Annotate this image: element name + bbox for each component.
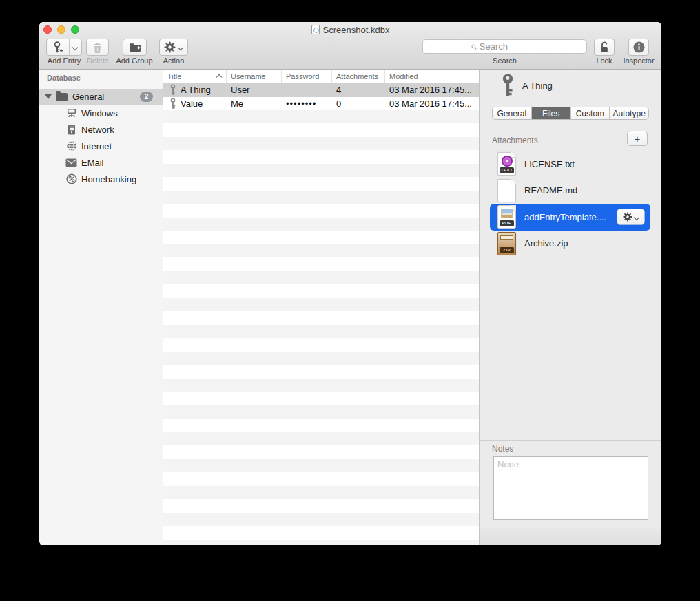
chevron-down-icon [178,45,183,50]
search-icon [471,43,477,51]
notes-input[interactable] [494,457,648,519]
add-group-label: Add Group [114,56,155,65]
sidebar-item-network[interactable]: Network [39,121,163,138]
attachment-name: addEntryTemplate.... [524,212,611,222]
entry-password: •••••••• [282,98,332,109]
sidebar-section-header: Database [39,70,163,82]
divider [480,440,661,441]
globe-icon [65,140,77,152]
entry-attachments-count: 4 [332,85,385,95]
tab-custom[interactable]: Custom [571,107,610,119]
zip-file-icon: ZIP [497,232,516,255]
sidebar: Database General 2 Windows [39,70,163,545]
folder-plus-icon [129,42,141,52]
chevron-down-icon [73,45,78,50]
table-header: Title Username Password Attachments Modi… [163,70,479,83]
inspector-footer [480,527,661,545]
column-header-username[interactable]: Username [227,70,282,83]
inspector-button[interactable] [628,39,649,56]
action-label: Action [159,56,188,65]
tab-general[interactable]: General [493,107,532,119]
add-entry-dropdown[interactable] [70,45,81,50]
search-label: Search [422,56,587,65]
inspector-label: Inspector [620,56,657,65]
tab-autotype[interactable]: Autotype [610,107,648,119]
search-input[interactable] [480,41,586,52]
inspector-entry-title: A Thing [522,81,553,91]
entry-attachments-count: 0 [332,98,385,109]
info-icon [633,41,645,53]
action-button[interactable] [159,39,188,56]
table-row[interactable]: Value Me •••••••• 0 03 Mar 2016 17:45... [163,97,479,111]
column-header-modified[interactable]: Modified [385,70,479,83]
md-file-icon [497,179,516,202]
tab-files[interactable]: Files [532,107,571,119]
column-header-title[interactable]: Title [163,70,227,83]
add-group-button[interactable] [123,39,147,56]
sidebar-item-label: Windows [81,108,118,118]
entry-modified: 03 Mar 2016 17:45... [385,85,479,95]
gear-icon [164,41,176,53]
lock-label: Lock [589,56,619,65]
key-plus-icon [47,41,69,54]
attachment-row[interactable]: README.md [490,178,650,204]
sidebar-item-label: Internet [81,141,112,151]
sidebar-item-label: EMail [81,158,104,168]
sidebar-item-email[interactable]: EMail [39,154,163,171]
entry-username: Me [227,98,282,109]
inspector-tabs: General Files Custom Autotype [492,107,649,120]
folder-icon [56,93,68,101]
notes-box [493,456,648,520]
add-entry-button[interactable] [46,39,82,56]
sidebar-item-general[interactable]: General 2 [39,89,163,105]
key-icon [169,98,176,109]
trash-icon [93,42,102,53]
attachment-name: README.md [524,185,577,196]
attachment-action-button[interactable] [617,209,645,225]
content-area: Database General 2 Windows [39,70,661,545]
disclosure-triangle-icon[interactable] [45,94,52,99]
windows-network-icon [65,107,77,119]
gear-icon [623,212,632,222]
delete-label: Delete [81,56,115,65]
attachments-list: TEXT LICENSE.txt README.md PDF addEntryT… [490,151,650,257]
delete-button[interactable] [86,39,109,56]
entry-username: User [227,85,282,95]
entry-count-badge: 2 [140,92,153,102]
sidebar-item-internet[interactable]: Internet [39,138,163,154]
add-entry-label: Add Entry [45,56,83,65]
search-field[interactable] [422,39,587,54]
app-window: Screenshot.kdbx Add Entry [39,22,661,545]
notes-label: Notes [492,444,513,454]
attachments-label: Attachments [492,136,538,145]
sidebar-item-label: Network [81,125,114,135]
column-header-attachments[interactable]: Attachments [332,70,385,83]
server-icon [65,124,77,136]
title-toolbar: Screenshot.kdbx Add Entry [39,22,661,70]
attachment-row[interactable]: TEXT LICENSE.txt [490,151,650,178]
entry-title: Value [181,98,203,109]
attachment-name: LICENSE.txt [524,159,575,169]
window-title: Screenshot.kdbx [39,25,661,35]
percent-icon [65,173,77,185]
envelope-icon [65,157,77,169]
sidebar-item-windows[interactable]: Windows [39,105,163,121]
pdf-file-icon: PDF [497,205,516,229]
attachment-name: Archive.zip [524,238,568,249]
lock-button[interactable] [594,39,615,56]
sidebar-item-homebanking[interactable]: Homebanking [39,171,163,187]
key-icon [500,74,515,97]
add-attachment-button[interactable]: + [627,131,648,146]
table-body: A Thing User 4 03 Mar 2016 17:45... [163,83,479,545]
attachment-row-selected[interactable]: PDF addEntryTemplate.... [490,204,650,231]
inspector-panel: A Thing General Files Custom Autotype At… [479,70,661,545]
key-icon [169,84,176,96]
sidebar-item-label: General [72,92,104,102]
unlock-icon [599,41,609,53]
column-header-password[interactable]: Password [282,70,332,83]
document-icon [311,25,320,34]
table-row[interactable]: A Thing User 4 03 Mar 2016 17:45... [163,83,479,97]
entry-modified: 03 Mar 2016 17:45... [385,98,479,109]
entry-table: Title Username Password Attachments Modi… [163,70,479,545]
attachment-row[interactable]: ZIP Archive.zip [490,231,650,257]
